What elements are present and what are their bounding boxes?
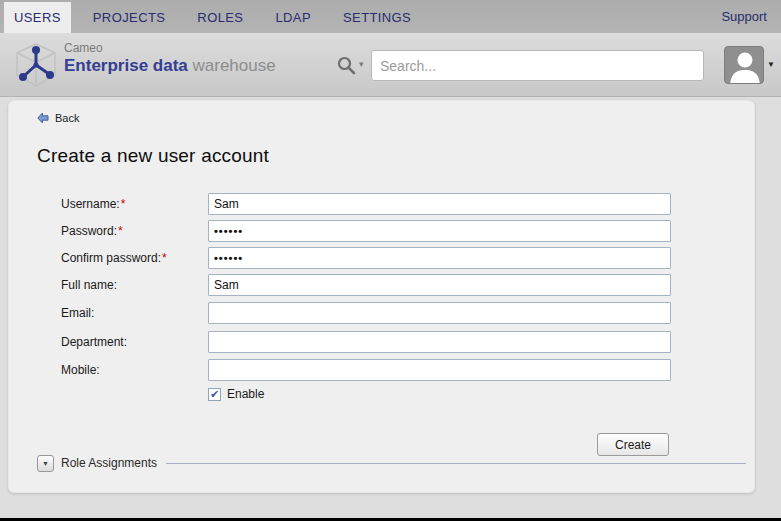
enable-checkbox[interactable]: ✔ — [208, 388, 221, 401]
person-icon — [725, 47, 764, 84]
username-field[interactable] — [208, 193, 671, 215]
back-link[interactable]: Back — [37, 112, 79, 124]
top-navbar: USERS PROJECTS ROLES LDAP SETTINGS Suppo… — [0, 0, 781, 33]
mobile-field[interactable] — [208, 359, 671, 381]
email-label: Email: — [61, 302, 95, 324]
form-row-confirm-password: Confirm password:* — [9, 247, 756, 269]
brand-enterprise-data: Enterprise data — [64, 56, 188, 75]
section-divider — [166, 463, 746, 464]
search-input[interactable] — [371, 50, 704, 81]
header-bar: Cameo Enterprise data warehouse ▾ ▼ — [0, 33, 781, 97]
form-row-department: Department: — [9, 331, 756, 353]
mobile-label: Mobile: — [61, 359, 101, 381]
nav-tab-settings[interactable]: SETTINGS — [333, 2, 421, 33]
username-label: Username:* — [61, 193, 125, 215]
user-avatar[interactable] — [724, 46, 764, 84]
brand-warehouse: warehouse — [188, 56, 276, 75]
required-asterisk: * — [162, 251, 167, 265]
email-field[interactable] — [208, 302, 671, 324]
form-row-password: Password:* — [9, 220, 756, 242]
check-icon: ✔ — [210, 388, 219, 401]
role-assignments-expander-button[interactable]: ▼ — [37, 455, 54, 472]
full-name-label: Full name: — [61, 274, 118, 296]
back-label: Back — [55, 112, 79, 124]
form-row-full-name: Full name: — [9, 274, 756, 296]
form-row-mobile: Mobile: — [9, 359, 756, 381]
enable-checkbox-row[interactable]: ✔ Enable — [208, 387, 264, 401]
page-title: Create a new user account — [37, 145, 269, 167]
role-assignments-section: ▼ Role Assignments — [37, 454, 746, 472]
chevron-down-icon: ▼ — [42, 460, 49, 467]
search-icon[interactable] — [336, 55, 356, 75]
nav-tabs: USERS PROJECTS ROLES LDAP SETTINGS — [0, 0, 433, 33]
cameo-logo-icon — [10, 39, 62, 91]
form-row-username: Username:* — [9, 193, 756, 215]
password-field[interactable] — [208, 220, 671, 242]
confirm-password-label: Confirm password:* — [61, 247, 167, 269]
nav-tab-projects[interactable]: PROJECTS — [83, 2, 176, 33]
password-label: Password:* — [61, 220, 123, 242]
nav-tab-ldap[interactable]: LDAP — [265, 2, 321, 33]
required-asterisk: * — [118, 224, 123, 238]
required-asterisk: * — [121, 197, 126, 211]
user-menu-caret-icon[interactable]: ▼ — [767, 60, 775, 69]
back-arrow-icon — [37, 112, 49, 124]
support-link[interactable]: Support — [707, 0, 781, 33]
form-row-email: Email: — [9, 302, 756, 324]
search-options-caret-icon[interactable]: ▾ — [359, 59, 364, 69]
nav-tab-users[interactable]: USERS — [4, 2, 71, 33]
brand-cameo: Cameo — [64, 42, 276, 56]
role-assignments-label: Role Assignments — [61, 456, 157, 470]
department-field[interactable] — [208, 331, 671, 353]
confirm-password-field[interactable] — [208, 247, 671, 269]
department-label: Department: — [61, 331, 128, 353]
content-panel: Back Create a new user account Username:… — [8, 100, 755, 493]
create-button[interactable]: Create — [597, 433, 669, 456]
nav-tab-roles[interactable]: ROLES — [187, 2, 253, 33]
full-name-field[interactable] — [208, 274, 671, 296]
brand-text: Cameo Enterprise data warehouse — [64, 42, 276, 75]
enable-label: Enable — [227, 387, 264, 401]
